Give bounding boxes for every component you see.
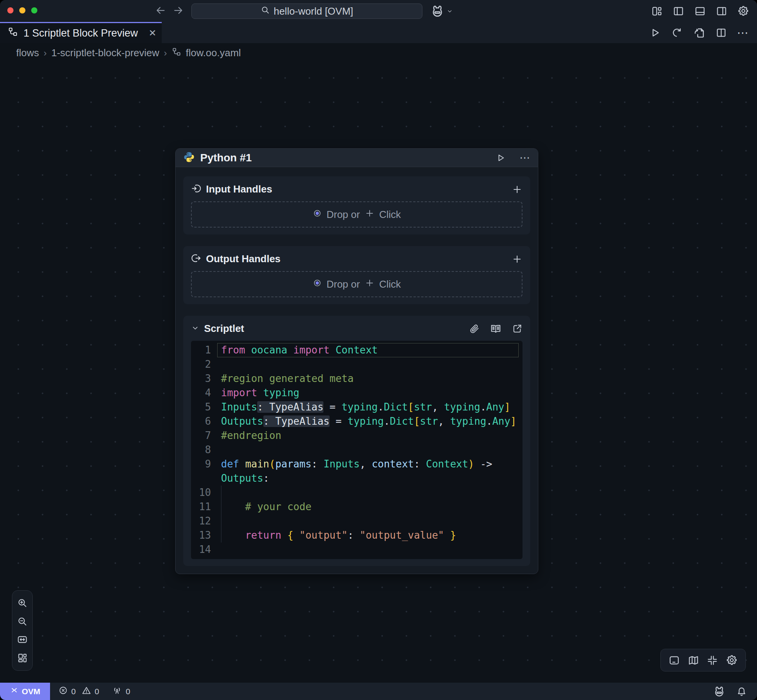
input-handle-icon (191, 183, 201, 195)
minimize-window-button[interactable] (19, 7, 25, 13)
line-code (217, 357, 519, 372)
breadcrumb-item-flows[interactable]: flows (16, 47, 39, 59)
open-preview-icon[interactable] (693, 27, 705, 39)
canvas-zoom-toolbar (12, 590, 33, 671)
code-line: 2 (191, 357, 519, 372)
line-code: Outputs: TypeAlias = typing.Dict[str, ty… (217, 414, 519, 429)
dropzone-prefix: Drop or (327, 278, 360, 290)
remote-indicator[interactable]: OVM (0, 683, 50, 700)
warnings-icon (82, 686, 91, 697)
flow-icon (8, 27, 18, 40)
app-window: hello-world [OVM] 1 Script (0, 0, 757, 700)
toggle-console-icon[interactable] (668, 655, 680, 666)
assistant-menu[interactable] (430, 4, 453, 20)
line-code: from oocana import Context (217, 343, 519, 357)
remote-label: OVM (22, 687, 40, 696)
tab-close-icon[interactable]: ✕ (149, 28, 156, 38)
add-input-handle-icon[interactable] (512, 184, 523, 195)
add-output-handle-icon[interactable] (512, 254, 523, 265)
command-center-search[interactable]: hello-world [OVM] (191, 3, 422, 19)
input-handles-label: Input Handles (206, 183, 507, 195)
line-code: # your code (217, 500, 519, 514)
line-code (217, 443, 519, 457)
tab-scriptlet-block-preview[interactable]: 1 Scriptlet Block Preview ✕ (0, 22, 162, 43)
bunny-icon[interactable] (713, 685, 725, 698)
notifications-bell-icon[interactable] (736, 686, 747, 697)
customize-layout-icon[interactable] (651, 5, 663, 17)
ports-count: 0 (126, 687, 130, 696)
line-number: 9 (191, 457, 211, 471)
code-line: 4import typing (191, 386, 519, 400)
more-actions-icon[interactable]: ⋯ (737, 26, 749, 39)
node-run-icon[interactable] (496, 153, 506, 163)
errors-count: 0 (71, 687, 76, 696)
input-handles-dropzone[interactable]: Drop or Click (191, 201, 523, 228)
collapse-chevron-icon[interactable] (191, 324, 199, 334)
zoom-window-button[interactable] (31, 7, 37, 13)
line-number: 2 (191, 357, 211, 372)
tab-label: 1 Scriptlet Block Preview (23, 27, 138, 39)
scriptlet-section: Scriptlet 1from oocana import Context23#… (183, 316, 530, 566)
code-line: 13 return { "output": "output_value" } (191, 528, 519, 543)
code-line: 12 (191, 514, 519, 528)
code-line: 11 # your code (191, 500, 519, 514)
dropzone-prefix: Drop or (327, 209, 360, 221)
ports-indicator[interactable]: 0 (112, 685, 130, 697)
line-number: 5 (191, 400, 211, 414)
problems-indicator[interactable]: 0 0 (59, 686, 99, 697)
canvas-view-toolbar (660, 649, 746, 672)
line-code: #region generated meta (217, 372, 519, 386)
breadcrumb-item-file[interactable]: flow.oo.yaml (186, 47, 241, 59)
line-code: def main(params: Inputs, context: Contex… (217, 457, 519, 471)
code-line: 9def main(params: Inputs, context: Conte… (191, 457, 519, 471)
back-icon[interactable] (155, 5, 166, 16)
line-code: import typing (217, 386, 519, 400)
close-window-button[interactable] (7, 7, 13, 13)
node-card-python-1[interactable]: Python #1 ⋯ Input Handles Drop or (175, 148, 538, 574)
line-number: 4 (191, 386, 211, 400)
titlebar: hello-world [OVM] (0, 0, 757, 22)
search-value: hello-world [OVM] (274, 5, 353, 17)
toggle-secondary-sidebar-icon[interactable] (716, 5, 727, 17)
line-code (217, 514, 519, 528)
dropzone-action: Click (379, 278, 401, 290)
code-line: 1from oocana import Context (191, 343, 519, 357)
node-header[interactable]: Python #1 ⋯ (176, 149, 538, 167)
chevron-down-icon (447, 8, 453, 16)
line-number: 13 (191, 528, 211, 543)
split-editor-icon[interactable] (715, 27, 727, 39)
node-more-icon[interactable]: ⋯ (519, 151, 530, 164)
code-editor[interactable]: 1from oocana import Context23#region gen… (191, 341, 523, 559)
plus-icon (365, 208, 375, 221)
line-number (191, 471, 211, 486)
canvas-settings-gear-icon[interactable] (726, 654, 738, 666)
zoom-in-icon[interactable] (17, 598, 28, 608)
zoom-out-icon[interactable] (17, 616, 28, 627)
toggle-primary-sidebar-icon[interactable] (673, 5, 684, 17)
settings-gear-icon[interactable] (737, 5, 749, 17)
fit-view-icon[interactable] (707, 655, 718, 666)
line-number: 10 (191, 486, 211, 500)
flow-icon (172, 47, 181, 59)
line-code: #endregion (217, 429, 519, 443)
fit-width-icon[interactable] (17, 634, 28, 645)
forward-icon[interactable] (173, 5, 184, 16)
breadcrumb-item-folder[interactable]: 1-scriptlet-block-preview (51, 47, 159, 59)
output-handles-dropzone[interactable]: Drop or Click (191, 271, 523, 297)
code-line: 5Inputs: TypeAlias = typing.Dict[str, ty… (191, 400, 519, 414)
line-number: 14 (191, 543, 211, 557)
docs-book-icon[interactable] (490, 323, 501, 334)
warnings-count: 0 (95, 687, 99, 696)
breadcrumb-separator: › (44, 48, 47, 59)
attach-file-icon[interactable] (469, 323, 479, 334)
open-external-icon[interactable] (512, 323, 523, 334)
traffic-lights (7, 7, 37, 13)
handle-radio-icon (313, 209, 322, 221)
auto-layout-icon[interactable] (17, 653, 28, 663)
remote-icon (10, 686, 18, 697)
minimap-icon[interactable] (688, 655, 699, 666)
toggle-panel-icon[interactable] (694, 5, 706, 17)
run-flow-icon[interactable] (649, 27, 661, 39)
rerun-icon[interactable] (671, 27, 683, 39)
breadcrumb: flows › 1-scriptlet-block-preview › flow… (16, 43, 241, 63)
